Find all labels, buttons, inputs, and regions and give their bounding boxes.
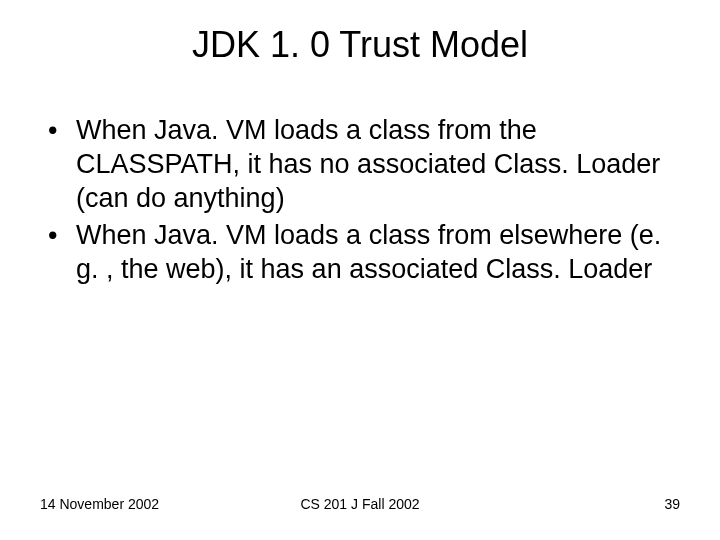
footer-page: 39 <box>664 496 680 512</box>
footer-course: CS 201 J Fall 2002 <box>300 496 419 512</box>
list-item: When Java. VM loads a class from elsewhe… <box>48 219 680 287</box>
footer-date: 14 November 2002 <box>40 496 159 512</box>
slide-title: JDK 1. 0 Trust Model <box>40 24 680 66</box>
bullet-list: When Java. VM loads a class from the CLA… <box>40 114 680 287</box>
slide: JDK 1. 0 Trust Model When Java. VM loads… <box>0 0 720 540</box>
list-item: When Java. VM loads a class from the CLA… <box>48 114 680 215</box>
slide-footer: 14 November 2002 CS 201 J Fall 2002 39 <box>0 496 720 512</box>
